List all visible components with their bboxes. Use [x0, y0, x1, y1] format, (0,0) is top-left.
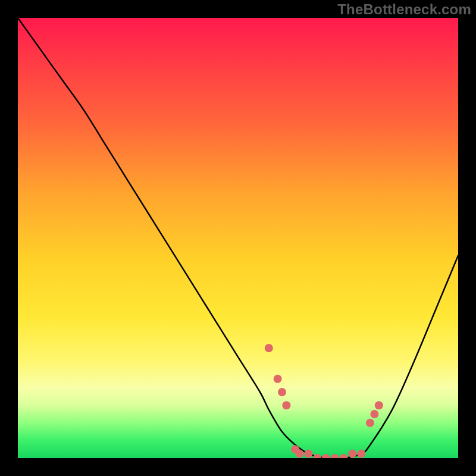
plot-area: [18, 18, 458, 458]
data-marker: [370, 410, 378, 418]
data-marker: [322, 454, 330, 458]
data-marker: [278, 388, 286, 396]
chart-svg: [18, 18, 458, 458]
data-marker: [357, 450, 365, 458]
data-marker: [274, 375, 282, 383]
data-marker: [375, 401, 383, 409]
data-marker: [313, 454, 321, 458]
data-marker: [331, 454, 339, 458]
data-marker: [348, 450, 356, 458]
chart-frame: TheBottleneck.com: [0, 0, 476, 476]
data-marker: [296, 450, 304, 458]
bottleneck-curve: [18, 18, 458, 458]
data-marker: [340, 454, 348, 458]
data-marker: [366, 419, 374, 427]
watermark-text: TheBottleneck.com: [337, 1, 471, 18]
data-marker: [265, 344, 273, 352]
data-marker: [304, 450, 312, 458]
data-markers: [265, 344, 383, 458]
data-marker: [282, 401, 290, 409]
